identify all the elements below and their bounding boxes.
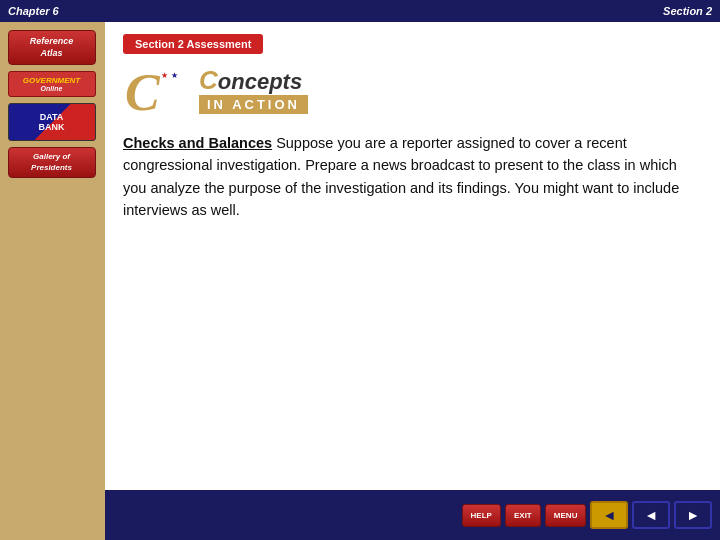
svg-text:★: ★ [171,71,178,80]
help-button[interactable]: HELP [462,504,501,527]
svg-text:C: C [125,64,161,116]
concepts-in-action-logo: C ★ ★ Concepts IN ACTION [123,64,702,116]
sidebar: ReferenceAtlas GOVERNMENT Online DATABAN… [0,22,105,540]
government-online-button[interactable]: GOVERNMENT Online [8,71,96,97]
top-bar: Chapter 6 Section 2 [0,0,720,22]
data-bank-label: DATABANK [39,112,65,134]
assessment-banner: Section 2 Assessment [123,34,263,54]
prev-arrow-button[interactable]: ◄ [590,501,628,529]
exit-button[interactable]: EXIT [505,504,541,527]
gov-sub: Online [41,85,63,92]
logo-concepts-text: Concepts [199,67,308,93]
reference-atlas-button[interactable]: ReferenceAtlas [8,30,96,65]
main-body-text: Checks and Balances Suppose you are a re… [123,132,702,222]
section-label: Section 2 [663,5,712,17]
bottom-nav: HELP EXIT MENU ◄ ◄ ► [105,490,720,540]
bold-term: Checks and Balances [123,135,272,151]
menu-button[interactable]: MENU [545,504,587,527]
logo-in-action-text: IN ACTION [199,95,308,114]
main-content: Section 2 Assessment C ★ ★ Concepts IN A… [105,22,720,540]
data-bank-button[interactable]: DATABANK [8,103,96,141]
gallery-button[interactable]: Gallery ofPresidents [8,147,96,178]
logo-c-graphic: C ★ ★ [123,64,191,116]
next-arrow-button[interactable]: ► [674,501,712,529]
sidebar-item-government-online[interactable]: GOVERNMENT Online [8,71,98,97]
back-arrow-button[interactable]: ◄ [632,501,670,529]
sidebar-item-reference-atlas[interactable]: ReferenceAtlas [8,30,98,65]
chapter-label: Chapter 6 [8,5,59,17]
sidebar-item-gallery[interactable]: Gallery ofPresidents [8,147,98,178]
sidebar-item-data-bank[interactable]: DATABANK [8,103,98,141]
svg-text:★: ★ [161,71,168,80]
logo-text: Concepts IN ACTION [199,67,308,114]
gov-title: GOVERNMENT [23,76,80,85]
